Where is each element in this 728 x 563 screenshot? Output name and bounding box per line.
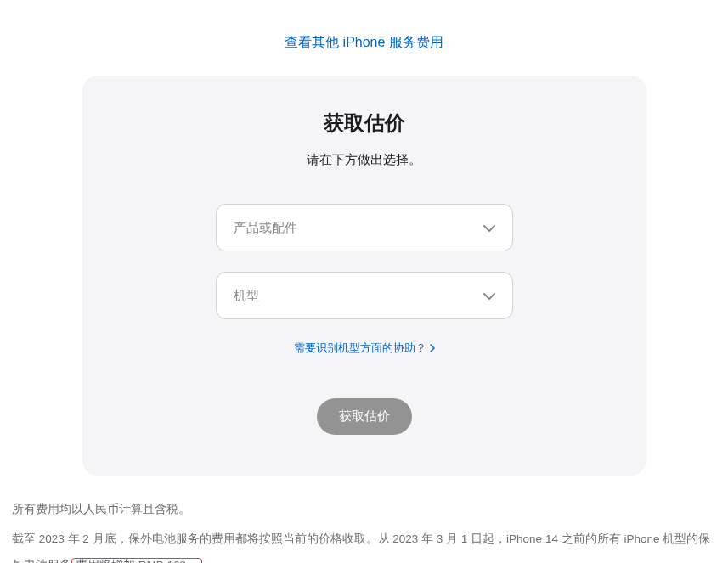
estimate-card: 获取估价 请在下方做出选择。 产品或配件 机型 需要识别机型方面的协助？ 获取估…: [82, 76, 646, 476]
model-select-placeholder: 机型: [234, 288, 259, 304]
footer-note: 所有费用均以人民币计算且含税。 截至 2023 年 2 月底，保外电池服务的费用…: [0, 476, 728, 563]
product-select[interactable]: 产品或配件: [216, 204, 513, 251]
product-select-wrapper: 产品或配件: [216, 204, 513, 251]
price-highlight: 费用将增加 RMB 169。: [71, 558, 202, 563]
get-estimate-button[interactable]: 获取估价: [317, 398, 412, 435]
other-services-link[interactable]: 查看其他 iPhone 服务费用: [285, 35, 443, 49]
footer-line-2: 截至 2023 年 2 月底，保外电池服务的费用都将按照当前的价格收取。从 20…: [12, 526, 716, 563]
help-link-text: 需要识别机型方面的协助？: [294, 341, 426, 356]
footer-line-1: 所有费用均以人民币计算且含税。: [12, 496, 716, 522]
model-select-wrapper: 机型: [216, 272, 513, 319]
product-select-placeholder: 产品或配件: [234, 220, 297, 236]
chevron-down-icon: [483, 288, 495, 303]
top-link-container: 查看其他 iPhone 服务费用: [0, 0, 728, 76]
chevron-right-icon: [430, 342, 435, 355]
model-select[interactable]: 机型: [216, 272, 513, 319]
chevron-down-icon: [483, 220, 495, 235]
help-identify-link[interactable]: 需要识别机型方面的协助？: [294, 341, 435, 356]
card-title: 获取估价: [125, 110, 604, 137]
card-subtitle: 请在下方做出选择。: [125, 152, 604, 168]
